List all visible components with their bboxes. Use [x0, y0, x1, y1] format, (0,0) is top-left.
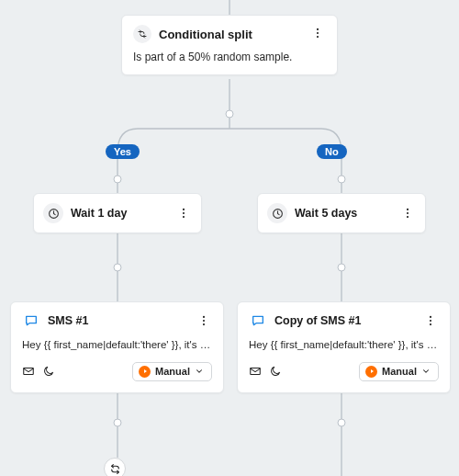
svg-point-22 — [183, 216, 185, 218]
sms-more-button[interactable] — [422, 312, 439, 329]
sms-title: SMS #1 — [48, 314, 188, 327]
conditional-description: Is part of a 50% random sample. — [133, 51, 326, 63]
conditional-split-node[interactable]: Conditional split Is part of a 50% rando… — [121, 15, 338, 75]
clock-icon — [43, 203, 63, 223]
wait-title: Wait 5 days — [295, 207, 399, 220]
conditional-more-button[interactable] — [309, 25, 326, 41]
wait-node-no[interactable]: Wait 5 days — [257, 193, 426, 233]
reconverge-node[interactable] — [104, 458, 126, 476]
play-icon — [139, 366, 151, 378]
svg-point-15 — [338, 419, 345, 426]
svg-point-12 — [114, 264, 121, 271]
svg-point-29 — [203, 323, 205, 325]
play-icon — [365, 366, 377, 378]
svg-point-16 — [317, 28, 319, 30]
sms-preview: Hey {{ first_name|default:'there' }}, it… — [249, 339, 439, 350]
sms-title: Copy of SMS #1 — [274, 314, 415, 327]
sms-more-button[interactable] — [196, 312, 212, 329]
svg-point-20 — [183, 209, 185, 210]
sms-node-yes[interactable]: SMS #1 Hey {{ first_name|default:'there'… — [10, 301, 224, 393]
envelope-icon — [249, 365, 262, 378]
branch-icon — [133, 25, 151, 43]
svg-point-25 — [407, 212, 409, 214]
conditional-title: Conditional split — [159, 28, 252, 41]
wait-more-button[interactable] — [399, 205, 416, 221]
moon-clock-icon — [42, 365, 55, 378]
sms-node-no[interactable]: Copy of SMS #1 Hey {{ first_name|default… — [237, 301, 451, 393]
svg-point-21 — [183, 212, 185, 214]
svg-point-13 — [338, 264, 345, 271]
moon-clock-icon — [269, 365, 282, 378]
svg-point-24 — [407, 209, 409, 210]
svg-point-9 — [226, 110, 233, 118]
wait-title: Wait 1 day — [71, 207, 175, 220]
svg-point-28 — [203, 320, 205, 322]
svg-point-26 — [407, 216, 409, 218]
svg-point-14 — [114, 419, 121, 426]
svg-point-27 — [203, 316, 205, 318]
svg-point-32 — [430, 320, 431, 322]
envelope-icon — [22, 365, 35, 378]
chevron-down-icon — [195, 367, 204, 376]
svg-point-31 — [430, 316, 431, 318]
svg-point-18 — [317, 36, 319, 38]
send-mode-dropdown[interactable]: Manual — [359, 362, 439, 381]
svg-point-11 — [338, 176, 345, 183]
sms-icon — [22, 312, 40, 330]
sms-icon — [249, 312, 267, 330]
clock-icon — [267, 203, 287, 223]
svg-point-17 — [317, 32, 319, 34]
wait-more-button[interactable] — [175, 205, 192, 221]
svg-point-33 — [430, 323, 431, 325]
send-mode-dropdown[interactable]: Manual — [132, 362, 212, 381]
svg-point-10 — [114, 176, 121, 183]
send-mode-label: Manual — [155, 366, 190, 377]
branch-label-no: No — [317, 144, 347, 159]
sms-preview: Hey {{ first_name|default:'there' }}, it… — [22, 339, 212, 350]
chevron-down-icon — [421, 367, 431, 376]
send-mode-label: Manual — [382, 366, 417, 377]
branch-label-yes: Yes — [106, 144, 140, 159]
wait-node-yes[interactable]: Wait 1 day — [33, 193, 202, 233]
